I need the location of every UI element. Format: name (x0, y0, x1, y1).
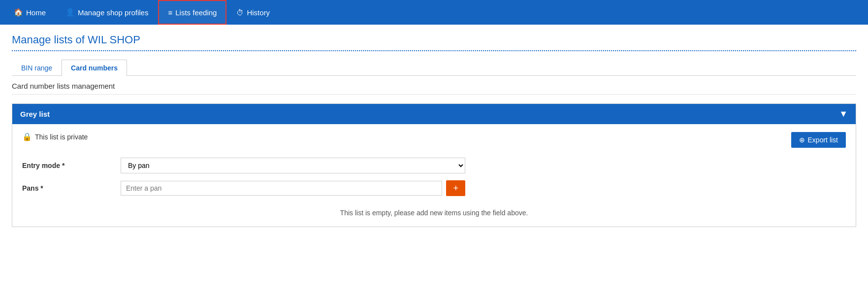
nav-history-label: History (247, 8, 270, 17)
nav-manage-shop-profiles[interactable]: 👤 Manage shop profiles (56, 0, 158, 25)
user-icon: 👤 (65, 8, 75, 17)
pans-label: Pans * (22, 184, 121, 192)
pans-row: Pans * + (22, 180, 846, 196)
tabs: BIN range Card numbers (12, 59, 856, 76)
tab-bin-range[interactable]: BIN range (12, 60, 62, 76)
pan-input[interactable] (121, 181, 442, 196)
nav-lists-feeding[interactable]: ≡ Lists feeding (158, 0, 226, 25)
export-icon: ⊕ (799, 136, 805, 144)
grey-list-header[interactable]: Grey list ▼ (12, 104, 856, 124)
page-title: Manage lists of WIL SHOP (12, 33, 856, 46)
export-btn-row: ⊕ Export list (791, 132, 846, 148)
nav-lists-feeding-label: Lists feeding (175, 8, 217, 17)
nav-manage-shop-profiles-label: Manage shop profiles (78, 8, 148, 17)
list-icon: ≡ (168, 8, 172, 17)
private-notice-text: This list is private (35, 133, 88, 141)
tab-card-numbers[interactable]: Card numbers (62, 60, 127, 76)
grey-list-panel: Grey list ▼ 🔒 This list is private ⊕ Exp… (12, 103, 856, 227)
private-row: 🔒 This list is private ⊕ Export list (22, 132, 846, 156)
private-notice: 🔒 This list is private (22, 132, 88, 141)
section-subtitle: Card number lists management (12, 82, 856, 95)
entry-mode-control: By pan By token By hash (121, 158, 465, 173)
export-btn-label: Export list (808, 136, 838, 144)
grey-list-title: Grey list (20, 110, 50, 118)
lock-icon: 🔒 (22, 132, 32, 141)
pans-control: + (121, 180, 465, 196)
entry-mode-label: Entry mode * (22, 162, 121, 169)
add-pan-button[interactable]: + (446, 180, 465, 196)
nav-home-label: Home (26, 8, 46, 17)
page-content: Manage lists of WIL SHOP BIN range Card … (0, 25, 868, 244)
empty-list-message: This list is empty, please add new items… (22, 203, 846, 219)
export-list-button[interactable]: ⊕ Export list (791, 132, 846, 148)
chevron-down-icon: ▼ (839, 109, 848, 119)
navbar: 🏠 Home 👤 Manage shop profiles ≡ Lists fe… (0, 0, 868, 25)
home-icon: 🏠 (14, 8, 23, 17)
clock-icon: ⏱ (236, 8, 244, 17)
nav-home[interactable]: 🏠 Home (4, 0, 56, 25)
nav-history[interactable]: ⏱ History (226, 0, 280, 25)
entry-mode-row: Entry mode * By pan By token By hash (22, 158, 846, 173)
entry-mode-select[interactable]: By pan By token By hash (121, 158, 465, 173)
dotted-divider (12, 50, 856, 51)
pan-input-row: + (121, 180, 465, 196)
grey-list-body: 🔒 This list is private ⊕ Export list Ent… (12, 124, 856, 227)
